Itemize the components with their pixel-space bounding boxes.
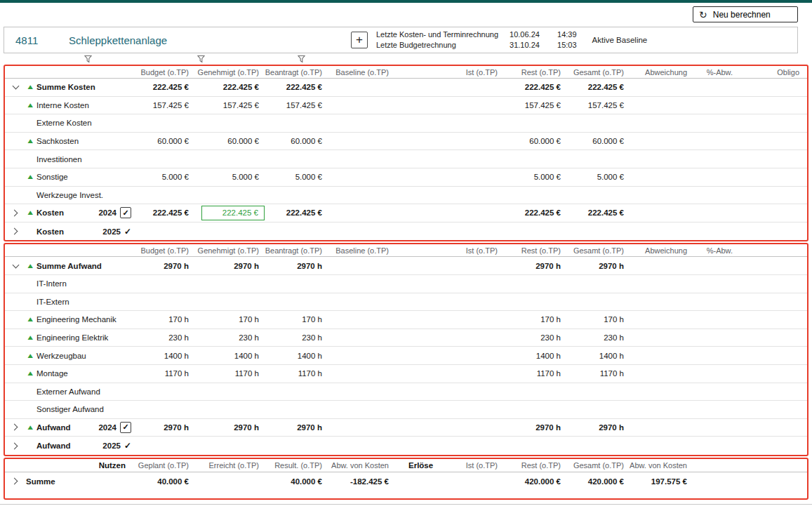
cell[interactable]: 1400 h <box>503 352 566 360</box>
cell[interactable]: 157.425 € <box>131 101 194 109</box>
column-header[interactable]: %-Abw. <box>693 246 738 255</box>
selected-cell[interactable]: 222.425 € <box>201 206 265 220</box>
table-row[interactable]: ▲ Kosten 2024 ✓ 222.425 € 222.425 € 222.… <box>5 204 807 223</box>
table-row[interactable]: IT-Extern <box>5 293 807 312</box>
check-icon[interactable]: ✓ <box>124 441 131 451</box>
chevron-right-icon[interactable] <box>5 437 26 455</box>
column-header[interactable]: %-Abw. <box>693 68 738 77</box>
column-header[interactable]: Rest (o.TP) <box>503 246 566 255</box>
cell[interactable]: 40.000 € <box>265 477 328 486</box>
cell[interactable]: 420.000 € <box>503 477 566 486</box>
cell[interactable]: 170 h <box>265 315 328 324</box>
column-header[interactable]: Budget (o.TP) <box>131 246 194 255</box>
column-header[interactable]: Budget (o.TP) <box>131 68 194 77</box>
cell[interactable]: 157.425 € <box>503 101 566 109</box>
chevron-down-icon[interactable] <box>5 257 26 274</box>
column-header[interactable]: Genehmigt (o.TP) <box>194 246 265 255</box>
table-row[interactable]: Summe 40.000 € 40.000 € -182.425 € 420.0… <box>5 472 807 491</box>
chevron-down-icon[interactable] <box>5 79 26 96</box>
column-header[interactable]: Nutzen <box>26 461 131 470</box>
column-header[interactable]: Baseline (o.TP) <box>328 68 394 77</box>
column-header[interactable]: Abweichung <box>630 68 693 77</box>
table-row[interactable]: Sonstiger Aufwand <box>5 401 807 419</box>
table-row[interactable]: IT-Intern <box>5 275 807 293</box>
cell[interactable]: 230 h <box>194 333 265 342</box>
cell[interactable]: 222.425 € <box>265 83 328 91</box>
column-header[interactable]: Gesamt (o.TP) <box>566 461 630 470</box>
cell[interactable]: 420.000 € <box>566 477 630 486</box>
cell[interactable]: 5.000 € <box>265 173 328 181</box>
cell[interactable]: 222.425 € <box>503 83 566 91</box>
cell[interactable]: 2970 h <box>265 262 328 270</box>
cell[interactable]: 1400 h <box>566 352 630 360</box>
table-row[interactable]: ▲ Interne Kosten 157.425 € 157.425 € 157… <box>5 97 807 115</box>
cell[interactable]: 222.425 € <box>265 208 328 217</box>
column-header[interactable]: Gesamt (o.TP) <box>566 68 630 77</box>
table-row[interactable]: ▲ Engineering Elektrik 230 h 230 h 230 h… <box>5 329 807 347</box>
cell[interactable]: 2970 h <box>194 262 265 270</box>
column-header[interactable]: Ist (o.TP) <box>444 461 503 470</box>
cell[interactable]: 2970 h <box>503 423 566 432</box>
table-row[interactable]: Kosten 2025 ✓ <box>5 223 807 241</box>
cell[interactable]: 1170 h <box>566 369 630 378</box>
column-header[interactable]: Erlöse <box>394 461 444 470</box>
cell[interactable]: 60.000 € <box>265 137 328 145</box>
cell[interactable]: 230 h <box>503 333 566 342</box>
filter-icon[interactable] <box>298 55 305 63</box>
table-row[interactable]: ▲ Summe Aufwand 2970 h 2970 h 2970 h 297… <box>5 257 807 275</box>
checkbox-checked[interactable]: ✓ <box>120 207 131 218</box>
cell[interactable]: 157.425 € <box>265 101 328 109</box>
cell[interactable]: 5.000 € <box>194 173 265 181</box>
chevron-right-icon[interactable] <box>5 419 26 437</box>
cell[interactable]: 2970 h <box>503 262 566 270</box>
cell[interactable]: 2970 h <box>131 423 194 432</box>
table-row[interactable]: Externe Kosten <box>5 114 807 133</box>
cell[interactable]: 1170 h <box>131 369 194 378</box>
cell[interactable]: 60.000 € <box>194 137 265 145</box>
add-button[interactable]: + <box>351 32 368 48</box>
cell[interactable]: 5.000 € <box>566 173 630 181</box>
column-header[interactable]: Baseline (o.TP) <box>328 246 394 255</box>
column-header[interactable]: Geplant (o.TP) <box>131 461 194 470</box>
cell[interactable]: 2970 h <box>194 423 265 432</box>
table-row[interactable]: Aufwand 2025 ✓ <box>5 437 807 455</box>
cell[interactable]: 170 h <box>194 315 265 324</box>
cell[interactable]: 60.000 € <box>503 137 566 145</box>
cell[interactable]: 222.425 € <box>566 208 630 217</box>
cell[interactable]: 2970 h <box>265 423 328 432</box>
cell[interactable]: 2970 h <box>566 262 630 270</box>
check-icon[interactable]: ✓ <box>124 227 131 237</box>
cell[interactable]: 157.425 € <box>194 101 265 109</box>
table-row[interactable]: ▲ Montage 1170 h 1170 h 1170 h 1170 h 11… <box>5 365 807 383</box>
cell[interactable]: 222.425 € <box>566 83 630 91</box>
cell[interactable]: 5.000 € <box>503 173 566 181</box>
cell[interactable]: 60.000 € <box>566 137 630 145</box>
column-header[interactable]: Gesamt (o.TP) <box>566 246 630 255</box>
cell[interactable]: 60.000 € <box>131 137 194 145</box>
column-header[interactable]: Ist (o.TP) <box>444 68 503 77</box>
column-header[interactable]: Abw. von Kosten <box>630 461 693 470</box>
column-header[interactable]: Genehmigt (o.TP) <box>194 68 265 77</box>
cell[interactable]: 170 h <box>503 315 566 324</box>
table-row[interactable]: ▲ Werkzeugbau 1400 h 1400 h 1400 h 1400 … <box>5 347 807 365</box>
table-row[interactable]: ▲ Summe Kosten 222.425 € 222.425 € 222.4… <box>5 79 807 97</box>
cell[interactable]: 197.575 € <box>630 477 693 486</box>
column-header[interactable]: Abweichung <box>630 246 693 255</box>
cell[interactable]: 230 h <box>131 333 194 342</box>
checkbox-checked[interactable]: ✓ <box>120 422 131 433</box>
cell[interactable]: 1170 h <box>503 369 566 378</box>
recalc-button[interactable]: ↻ Neu berechnen <box>693 6 798 22</box>
cell[interactable]: 230 h <box>566 333 630 342</box>
column-header[interactable]: Beantragt (o.TP) <box>265 68 328 77</box>
table-row[interactable]: ▲ Aufwand 2024 ✓ 2970 h 2970 h 2970 h 29… <box>5 419 807 437</box>
cell[interactable]: 2970 h <box>131 262 194 270</box>
cell[interactable]: 5.000 € <box>131 173 194 181</box>
cell[interactable]: -182.425 € <box>328 477 394 486</box>
column-header[interactable]: Ist (o.TP) <box>444 246 503 255</box>
column-header[interactable]: Rest (o.TP) <box>503 461 566 470</box>
cell[interactable]: 170 h <box>131 315 194 324</box>
chevron-right-icon[interactable] <box>5 223 26 241</box>
cell[interactable]: 222.425 € <box>503 208 566 217</box>
cell[interactable]: 170 h <box>566 315 630 324</box>
cell[interactable]: 230 h <box>265 333 328 342</box>
